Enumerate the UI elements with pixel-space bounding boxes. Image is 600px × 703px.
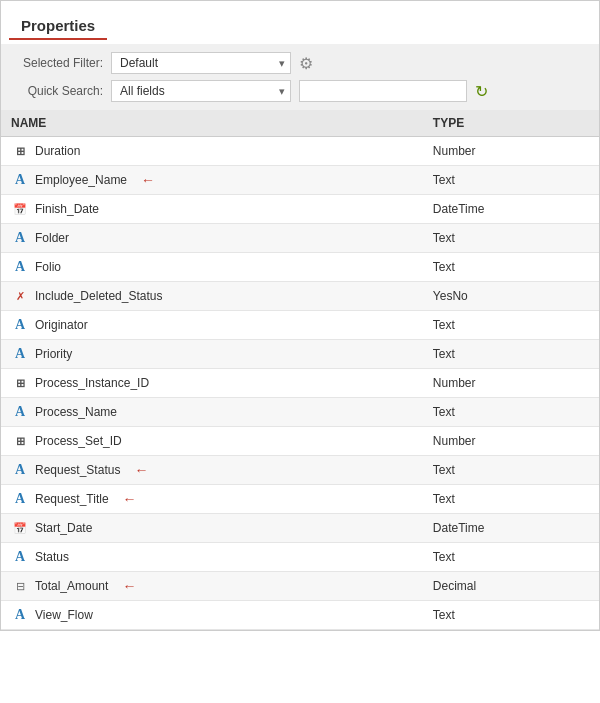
type-cell: Text xyxy=(423,166,599,195)
type-cell: Text xyxy=(423,485,599,514)
field-name: Priority xyxy=(35,347,72,361)
name-cell: ⊞ Duration xyxy=(1,137,423,166)
field-name: Finish_Date xyxy=(35,202,99,216)
table-header-row: NAME TYPE xyxy=(1,110,599,137)
name-cell: A Employee_Name ← xyxy=(1,166,423,195)
table-row: 📅 Start_Date DateTime xyxy=(1,514,599,543)
text-icon: A xyxy=(11,316,29,334)
text-icon: A xyxy=(11,490,29,508)
name-cell: A Request_Status ← xyxy=(1,456,423,485)
type-cell: DateTime xyxy=(423,514,599,543)
col-name-header: NAME xyxy=(1,110,423,137)
name-cell: A Folio xyxy=(1,253,423,282)
table-row: A Status Text xyxy=(1,543,599,572)
col-type-header: TYPE xyxy=(423,110,599,137)
name-cell: A Folder xyxy=(1,224,423,253)
field-name: Employee_Name xyxy=(35,173,127,187)
properties-panel: Properties Selected Filter: Default ▾ ⚙ … xyxy=(0,0,600,631)
table-row: A Request_Status ← Text xyxy=(1,456,599,485)
type-cell: Decimal xyxy=(423,572,599,601)
name-cell: ✗ Include_Deleted_Status xyxy=(1,282,423,311)
text-icon: A xyxy=(11,171,29,189)
name-cell: A Priority xyxy=(1,340,423,369)
table-row: A Employee_Name ← Text xyxy=(1,166,599,195)
table-row: ✗ Include_Deleted_Status YesNo xyxy=(1,282,599,311)
table-row: ⊟ Total_Amount ← Decimal xyxy=(1,572,599,601)
field-name: Originator xyxy=(35,318,88,332)
field-name: Process_Name xyxy=(35,405,117,419)
field-name: Include_Deleted_Status xyxy=(35,289,162,303)
field-name: Duration xyxy=(35,144,80,158)
type-cell: Text xyxy=(423,253,599,282)
search-row: Quick Search: All fields ▾ ↻ xyxy=(13,80,587,102)
filter-row: Selected Filter: Default ▾ ⚙ xyxy=(13,52,587,74)
name-cell: A Request_Title ← xyxy=(1,485,423,514)
type-cell: Text xyxy=(423,601,599,630)
table-row: ⊞ Process_Set_ID Number xyxy=(1,427,599,456)
arrow-indicator: ← xyxy=(123,491,137,507)
table-row: 📅 Finish_Date DateTime xyxy=(1,195,599,224)
number-icon: ⊞ xyxy=(11,142,29,160)
field-name: Start_Date xyxy=(35,521,92,535)
table-row: A View_Flow Text xyxy=(1,601,599,630)
decimal-icon: ⊟ xyxy=(11,577,29,595)
text-icon: A xyxy=(11,403,29,421)
datetime-icon: 📅 xyxy=(11,519,29,537)
quick-search-label: Quick Search: xyxy=(13,84,103,98)
name-cell: 📅 Finish_Date xyxy=(1,195,423,224)
field-name: Folio xyxy=(35,260,61,274)
name-cell: A Status xyxy=(1,543,423,572)
type-cell: YesNo xyxy=(423,282,599,311)
table-row: A Originator Text xyxy=(1,311,599,340)
name-cell: ⊟ Total_Amount ← xyxy=(1,572,423,601)
field-name: View_Flow xyxy=(35,608,93,622)
datetime-icon: 📅 xyxy=(11,200,29,218)
field-name: Status xyxy=(35,550,69,564)
table-row: A Process_Name Text xyxy=(1,398,599,427)
type-cell: DateTime xyxy=(423,195,599,224)
field-name: Process_Set_ID xyxy=(35,434,122,448)
text-icon: A xyxy=(11,258,29,276)
table-row: ⊞ Process_Instance_ID Number xyxy=(1,369,599,398)
table-row: A Priority Text xyxy=(1,340,599,369)
type-cell: Text xyxy=(423,543,599,572)
text-icon: A xyxy=(11,229,29,247)
search-field-select[interactable]: All fields xyxy=(111,80,291,102)
filter-select[interactable]: Default xyxy=(111,52,291,74)
type-cell: Number xyxy=(423,137,599,166)
name-cell: A Originator xyxy=(1,311,423,340)
name-cell: ⊞ Process_Instance_ID xyxy=(1,369,423,398)
number-icon: ⊞ xyxy=(11,432,29,450)
type-cell: Text xyxy=(423,456,599,485)
table-row: A Folder Text xyxy=(1,224,599,253)
type-cell: Text xyxy=(423,311,599,340)
type-cell: Text xyxy=(423,398,599,427)
name-cell: 📅 Start_Date xyxy=(1,514,423,543)
selected-filter-label: Selected Filter: xyxy=(13,56,103,70)
gear-icon[interactable]: ⚙ xyxy=(299,54,313,73)
table-row: ⊞ Duration Number xyxy=(1,137,599,166)
arrow-indicator: ← xyxy=(122,578,136,594)
refresh-icon[interactable]: ↻ xyxy=(475,82,488,101)
type-cell: Text xyxy=(423,224,599,253)
page-title: Properties xyxy=(9,9,107,40)
field-name: Request_Status xyxy=(35,463,120,477)
type-cell: Text xyxy=(423,340,599,369)
type-cell: Number xyxy=(423,369,599,398)
name-cell: A Process_Name xyxy=(1,398,423,427)
search-input[interactable] xyxy=(299,80,467,102)
field-name: Request_Title xyxy=(35,492,109,506)
type-cell: Number xyxy=(423,427,599,456)
search-select-wrapper: All fields ▾ xyxy=(111,80,291,102)
field-name: Total_Amount xyxy=(35,579,108,593)
arrow-indicator: ← xyxy=(141,172,155,188)
text-icon: A xyxy=(11,606,29,624)
arrow-indicator: ← xyxy=(134,462,148,478)
field-name: Folder xyxy=(35,231,69,245)
filter-select-wrapper: Default ▾ xyxy=(111,52,291,74)
text-icon: A xyxy=(11,461,29,479)
yesno-icon: ✗ xyxy=(11,287,29,305)
properties-table: NAME TYPE ⊞ Duration Number A Employee_N… xyxy=(1,110,599,630)
toolbar: Selected Filter: Default ▾ ⚙ Quick Searc… xyxy=(1,44,599,110)
table-row: A Request_Title ← Text xyxy=(1,485,599,514)
